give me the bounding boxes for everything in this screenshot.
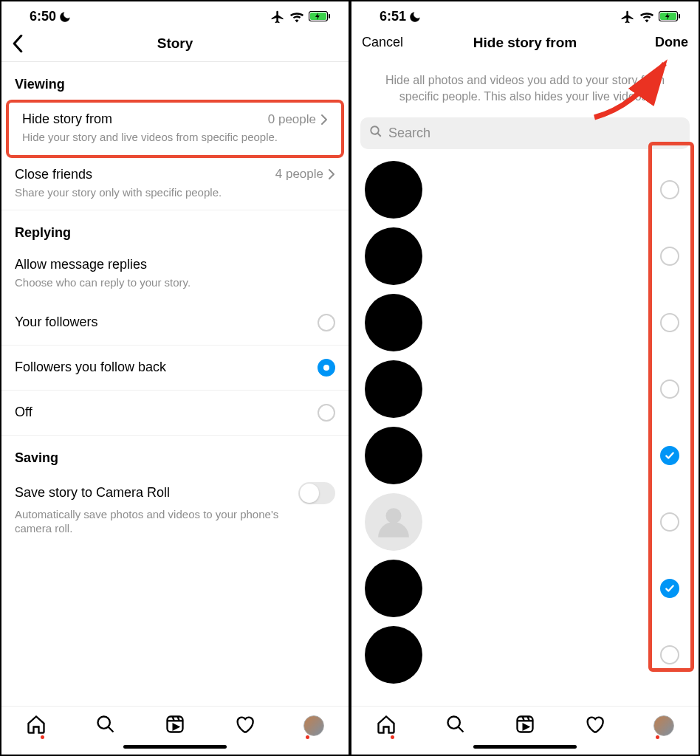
notification-dot-icon: [391, 735, 394, 739]
tab-profile[interactable]: [653, 715, 674, 736]
checkbox-unchecked[interactable]: [660, 379, 679, 399]
bottom-area: [1, 706, 349, 755]
svg-point-14: [371, 126, 379, 134]
nav-bar: Cancel Hide story from Done: [351, 27, 699, 59]
section-header-saving: Saving: [1, 436, 349, 473]
tab-profile[interactable]: [303, 715, 324, 736]
status-time: 6:51: [380, 9, 406, 24]
checkbox-unchecked[interactable]: [660, 645, 679, 664]
tab-bar: [351, 706, 699, 740]
notification-dot-icon: [41, 735, 44, 739]
wifi-icon: [639, 11, 654, 23]
do-not-disturb-icon: [408, 10, 422, 24]
svg-point-17: [448, 717, 460, 729]
people-list[interactable]: [351, 157, 699, 691]
row-allow-replies-header: Allow message replies Choose who can rep…: [1, 248, 349, 300]
back-button[interactable]: [12, 35, 24, 52]
svg-line-18: [459, 727, 464, 732]
wifi-icon: [289, 11, 304, 23]
radio-label: Off: [15, 405, 32, 420]
bottom-area: [351, 706, 699, 755]
row-subtitle: Share your story only with specific peop…: [15, 185, 295, 200]
person-row[interactable]: [351, 422, 699, 489]
avatar: [365, 360, 422, 418]
notification-dot-icon: [306, 735, 309, 739]
svg-point-3: [98, 717, 110, 729]
person-row[interactable]: [351, 489, 699, 555]
status-bar: 6:50: [1, 1, 349, 27]
svg-rect-12: [679, 14, 680, 18]
avatar: [365, 294, 422, 351]
row-detail-value: 4 people: [275, 167, 323, 182]
svg-point-16: [386, 508, 402, 523]
avatar: [365, 427, 422, 484]
nav-title: Story: [1, 35, 349, 52]
checkbox-unchecked[interactable]: [660, 512, 679, 532]
row-hide-story-from[interactable]: Hide story from 0 people Hide your story…: [9, 103, 341, 155]
checkbox-unchecked[interactable]: [660, 247, 679, 266]
search-input[interactable]: Search: [360, 117, 690, 149]
person-row[interactable]: [351, 157, 699, 223]
svg-rect-2: [329, 14, 330, 18]
avatar: [365, 493, 422, 551]
chevron-right-icon: [328, 168, 335, 180]
radio-off[interactable]: Off: [1, 391, 349, 436]
row-title: Hide story from: [22, 111, 112, 127]
tab-activity[interactable]: [234, 714, 255, 738]
radio-followers-you-follow-back[interactable]: Followers you follow back: [1, 346, 349, 391]
checkbox-unchecked[interactable]: [660, 180, 679, 199]
search-icon: [369, 125, 382, 142]
annotation-highlight-hide-story: Hide story from 0 people Hide your story…: [6, 100, 344, 158]
radio-label: Followers you follow back: [15, 360, 166, 375]
battery-charging-icon: [309, 11, 331, 23]
do-not-disturb-icon: [58, 10, 72, 24]
tab-activity[interactable]: [584, 714, 605, 738]
notification-dot-icon: [656, 735, 659, 739]
checkbox-checked[interactable]: [660, 579, 679, 598]
airplane-mode-icon: [620, 10, 635, 24]
person-row[interactable]: [351, 356, 699, 422]
nav-bar: Story: [1, 27, 349, 62]
person-row[interactable]: [351, 555, 699, 622]
done-button[interactable]: Done: [655, 35, 688, 50]
home-indicator[interactable]: [123, 745, 227, 749]
person-row[interactable]: [351, 622, 699, 688]
cancel-button[interactable]: Cancel: [362, 35, 403, 50]
tab-reels[interactable]: [165, 714, 185, 738]
avatar: [365, 626, 422, 684]
tab-search[interactable]: [445, 714, 466, 738]
row-detail-value: 0 people: [268, 112, 316, 127]
search-placeholder: Search: [388, 126, 430, 141]
avatar: [365, 560, 422, 617]
checkbox-unchecked[interactable]: [660, 313, 679, 332]
status-bar: 6:51: [351, 1, 699, 27]
row-title: Save story to Camera Roll: [15, 485, 170, 501]
person-row[interactable]: [351, 223, 699, 289]
person-row[interactable]: [351, 289, 699, 356]
radio-label: Your followers: [15, 315, 97, 330]
row-close-friends[interactable]: Close friends 4 people Share your story …: [1, 158, 349, 211]
section-header-viewing: Viewing: [1, 62, 349, 100]
tab-search[interactable]: [95, 714, 116, 738]
tab-home[interactable]: [376, 714, 397, 738]
radio-your-followers[interactable]: Your followers: [1, 300, 349, 346]
section-header-replying: Replying: [1, 210, 349, 248]
tab-bar: [1, 706, 349, 740]
svg-marker-9: [174, 724, 179, 729]
toggle-off[interactable]: [298, 482, 335, 504]
row-subtitle: Choose who can reply to your story.: [15, 275, 295, 290]
tab-home[interactable]: [26, 714, 47, 738]
battery-charging-icon: [659, 11, 681, 23]
svg-marker-23: [524, 724, 529, 729]
phone-left-story-settings: 6:50 Story Viewing: [0, 0, 350, 756]
status-time: 6:50: [30, 9, 56, 24]
helper-text: Hide all photos and videos you add to yo…: [351, 59, 699, 114]
row-title: Allow message replies: [15, 257, 147, 272]
avatar: [365, 227, 422, 285]
home-indicator[interactable]: [473, 745, 577, 749]
tab-reels[interactable]: [515, 714, 535, 738]
row-save-camera-roll[interactable]: Save story to Camera Roll Automatically …: [1, 473, 349, 546]
chevron-right-icon: [320, 114, 328, 126]
checkbox-checked[interactable]: [660, 446, 679, 465]
radio-indicator: [318, 404, 335, 422]
